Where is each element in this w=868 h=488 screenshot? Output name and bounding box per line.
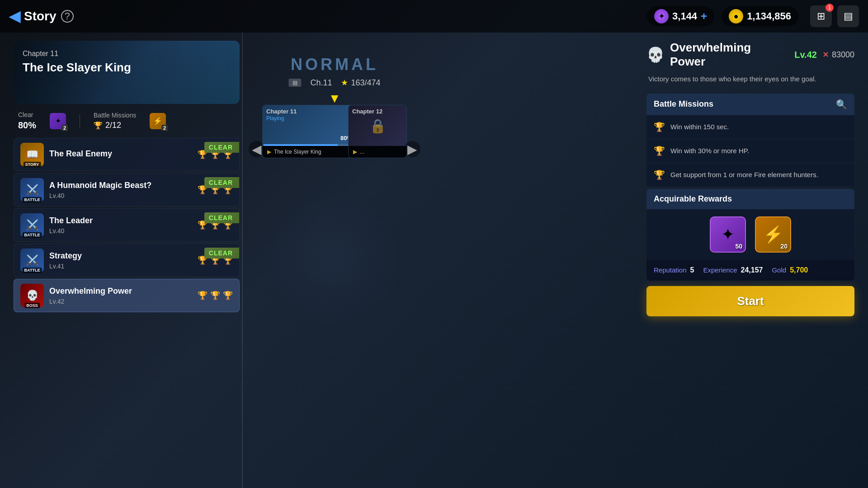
mission-item: 🏆 Get support from 1 or more Fire elemen… — [646, 163, 854, 187]
experience-value: 24,157 — [741, 266, 763, 274]
reputation-stat: Reputation 5 — [654, 266, 694, 274]
gem-add-button[interactable]: + — [701, 10, 707, 23]
mission-text: Win with 30% or more HP. — [670, 147, 749, 155]
stars-count: 163/474 — [351, 78, 380, 88]
boss-cost-value: 83000 — [832, 50, 854, 60]
gold-amount: 1,134,856 — [747, 10, 791, 22]
stage-name: A Humanoid Magic Beast? — [49, 181, 192, 190]
skull-icon: 💀 — [646, 46, 665, 63]
gem-reward: ✦ 50 — [710, 216, 746, 253]
chapter-12-card[interactable]: Chapter 12 🔒 ▶ ... — [348, 105, 407, 158]
clear-badge: CLEAR — [204, 177, 239, 188]
trophy-3: 🏆 — [223, 291, 233, 300]
mission-trophy-icon: 🏆 — [654, 169, 665, 180]
missions-trophy-icon: 🏆 — [94, 121, 103, 130]
boss-cost-area: ✕ 83000 — [822, 50, 854, 60]
boss-icon: 💀 BOSS — [20, 284, 44, 307]
boss-header: 💀 Overwhelming Power Lv.42 ✕ 83000 — [646, 41, 854, 69]
rewards-panel: Acquirable Rewards ✦ 50 ⚡ 20 Reputation … — [646, 189, 854, 281]
center-map-area: NORMAL ▤ Ch.11 ★ 163/474 ▼ Chapter 11 Pl… — [244, 33, 425, 488]
map-glow — [267, 192, 402, 328]
reward-count-2: 2 — [161, 125, 168, 131]
down-arrow-icon: ▼ — [328, 91, 341, 106]
stage-info: Overwhelming Power Lv.42 — [49, 286, 192, 305]
back-button[interactable]: ◀ Story — [9, 8, 57, 25]
progress-bar-container — [263, 144, 357, 146]
card-button[interactable]: ▤ — [837, 5, 859, 27]
stage-info: A Humanoid Magic Beast? Lv.40 — [49, 181, 192, 199]
stage-item[interactable]: CLEAR ⚔️ BATTLE The Leader Lv.40 🏆 🏆 🏆 — [14, 208, 240, 242]
trophy-1: 🏆 — [198, 291, 208, 300]
grid-button[interactable]: ⊞ 1 — [810, 5, 832, 27]
reward-icon-2: ⚡ 2 — [150, 113, 166, 129]
left-panel: Chapter 11 The Ice Slayer King Clear 80%… — [14, 41, 240, 461]
stage-item[interactable]: CLEAR 📖 STORY The Real Enemy 🏆 🏆 🏆 — [14, 138, 240, 171]
cross-icon: ✕ — [822, 50, 829, 60]
top-icon-area: ⊞ 1 ▤ — [810, 5, 859, 27]
chapter12-subtitle: ... — [360, 149, 364, 155]
battle-missions-panel: Battle Missions 🔍 🏆 Win within 150 sec. … — [646, 94, 854, 187]
stage-level: Lv.40 — [49, 192, 192, 199]
currency-area: ✦ 3,144 + ● 1,134,856 ⊞ 1 ▤ — [647, 5, 859, 27]
chapter-12-footer: ▶ ... — [349, 146, 406, 158]
reputation-label: Reputation — [654, 266, 687, 274]
stage-type-label: BATTLE — [23, 197, 42, 202]
clear-badge: CLEAR — [204, 212, 239, 223]
stage-type-label: STORY — [24, 162, 41, 167]
battle-icon: ⚔️ BATTLE — [20, 213, 44, 237]
stage-info: The Leader Lv.40 — [49, 216, 192, 235]
chapter-11-card[interactable]: Chapter 11 Playing 80% ▶ The Ice Slayer … — [262, 105, 357, 158]
mission-item: 🏆 Win with 30% or more HP. — [646, 139, 854, 163]
chapter-11-footer: ▶ The Ice Slayer King — [263, 146, 357, 158]
stage-name: The Real Enemy — [49, 149, 192, 159]
stage-list: CLEAR 📖 STORY The Real Enemy 🏆 🏆 🏆 CLEAR… — [14, 138, 240, 312]
help-button[interactable]: ? — [61, 10, 74, 23]
reputation-value: 5 — [690, 266, 694, 274]
missions-label: Battle Missions — [94, 112, 136, 119]
chapter-12-image: Chapter 12 🔒 — [349, 105, 406, 146]
gold-reward-icon: ⚡ 20 — [755, 216, 791, 253]
star-icon: ▶ — [353, 149, 357, 155]
stage-name: The Leader — [49, 216, 192, 225]
stage-item[interactable]: CLEAR ⚔️ BATTLE Strategy Lv.41 🏆 🏆 🏆 — [14, 244, 240, 277]
gem-reward-icon: ✦ 50 — [710, 216, 746, 253]
notification-badge: 1 — [826, 4, 834, 12]
clear-badge: CLEAR — [204, 142, 239, 153]
start-button[interactable]: Start — [646, 286, 854, 316]
nav-right-button[interactable]: ▶ — [404, 141, 420, 157]
chapter11-playing: Playing — [266, 115, 284, 122]
right-panel: 💀 Overwhelming Power Lv.42 ✕ 83000 Victo… — [646, 41, 854, 474]
stage-level: Lv.40 — [49, 227, 192, 235]
star-icon: ▶ — [267, 149, 271, 155]
back-icon: ◀ — [9, 8, 20, 25]
stage-name: Strategy — [49, 251, 192, 261]
clear-value: 80% — [18, 120, 36, 131]
gem-reward-amount: 50 — [735, 243, 742, 250]
stage-info: The Real Enemy — [49, 149, 192, 160]
stage-type-label: BATTLE — [23, 232, 42, 238]
chapter11-title: Chapter 11 — [266, 108, 297, 115]
rewards-header: Acquirable Rewards — [646, 189, 854, 209]
lock-icon: 🔒 — [369, 118, 386, 134]
stage-item[interactable]: CLEAR ⚔️ BATTLE A Humanoid Magic Beast? … — [14, 173, 240, 206]
experience-label: Experience — [703, 266, 737, 274]
chapter-number: Chapter 11 — [23, 50, 231, 58]
story-title: Story — [24, 9, 57, 23]
search-icon[interactable]: 🔍 — [836, 99, 847, 110]
rewards-footer: Reputation 5 Experience 24,157 Gold 5,70… — [646, 260, 854, 281]
chapter-info-text: Ch.11 — [310, 78, 332, 88]
boss-name: Overwhelming Power — [670, 41, 789, 69]
nav-left-button[interactable]: ◀ — [249, 141, 265, 157]
boss-description: Victory comes to those who keep their ey… — [646, 74, 854, 84]
stage-item-selected[interactable]: 💀 BOSS Overwhelming Power Lv.42 🏆 🏆 🏆 — [14, 279, 240, 312]
gold-stat: Gold 5,700 — [772, 266, 808, 274]
clear-stat: Clear 80% — [18, 111, 36, 131]
boss-level: Lv.42 — [794, 50, 817, 60]
chapter-icon: ▤ — [288, 79, 301, 87]
gem-icon: ✦ — [654, 9, 669, 23]
chapter-11-image: Chapter 11 Playing 80% — [263, 105, 357, 146]
progress-bar-fill — [263, 144, 338, 146]
divider — [80, 114, 80, 128]
story-icon: 📖 STORY — [20, 143, 44, 166]
chapter-info-bar: ▤ Ch.11 ★ 163/474 — [288, 78, 380, 88]
